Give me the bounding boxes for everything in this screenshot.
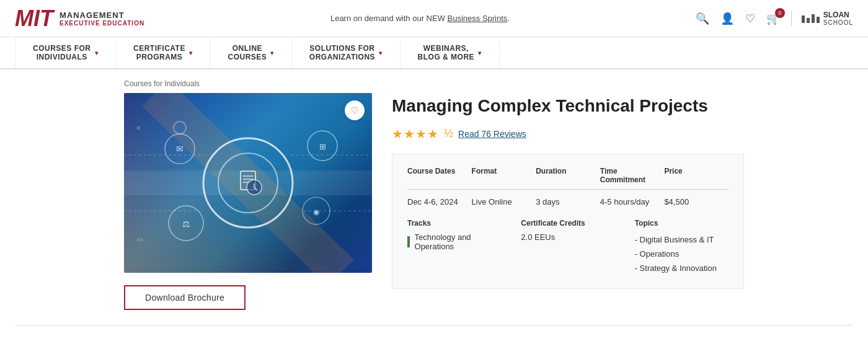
col-price: Price [664, 167, 728, 184]
nav-courses-individuals-label: COURSES FOR INDIVIDUALS [33, 44, 91, 61]
nav-solutions-organizations[interactable]: SOLUTIONS FOR ORGANIZATIONS ▾ [292, 37, 401, 68]
nav-chevron-1: ▾ [95, 50, 99, 56]
user-icon[interactable]: 👤 [720, 12, 734, 25]
table-bottom: Tracks Technology and Operations Certifi… [407, 219, 728, 276]
sloan-logo: SLOAN SCHOOL [791, 11, 853, 26]
sloan-text: SLOAN SCHOOL [823, 11, 853, 26]
topic-1: - Digital Business & IT [635, 232, 728, 247]
top-bar: MIT MANAGEMENT EXECUTIVE EDUCATION Learn… [0, 0, 868, 37]
download-btn-wrapper: Download Brochure [124, 273, 372, 310]
nav-webinars-label: WEBINARS, BLOG & MORE [418, 44, 475, 61]
data-time-commitment: 4-5 hours/day [600, 195, 665, 206]
col-time-commitment: Time Commitment [600, 167, 665, 184]
track-item: Technology and Operations [407, 232, 501, 251]
course-image: ✉ ⊞ ⚖ ◉ « »» 👤 [124, 93, 372, 273]
credits-section: Certificate Credits 2.0 EEUs [521, 219, 614, 276]
course-image-wrapper: ✉ ⊞ ⚖ ◉ « »» 👤 [124, 93, 372, 273]
heart-icon: ♡ [351, 105, 359, 115]
executive-label: EXECUTIVE EDUCATION [60, 20, 144, 27]
data-dates: Dec 4-6, 2024 [407, 195, 472, 206]
table-data-row: Dec 4-6, 2024 Live Online 3 days 4-5 hou… [407, 195, 728, 206]
sloan-mit-label: SLOAN [823, 11, 853, 19]
nav-webinars-blog[interactable]: WEBINARS, BLOG & MORE ▾ [401, 37, 500, 68]
nav-solutions-label: SOLUTIONS FOR ORGANIZATIONS [309, 44, 375, 61]
svg-text:»»: »» [136, 236, 144, 243]
data-duration: 3 days [536, 195, 600, 206]
nav-certificate-label: CERTIFICATE PROGRAMS [133, 44, 185, 61]
svg-text:⊞: ⊞ [319, 142, 326, 151]
nav-courses-individuals[interactable]: COURSES FOR INDIVIDUALS ▾ [15, 37, 116, 68]
main-content: ✉ ⊞ ⚖ ◉ « »» 👤 [0, 93, 868, 325]
notice-end: . [507, 14, 510, 23]
tracks-section: Tracks Technology and Operations [407, 219, 501, 276]
col-dates: Course Dates [407, 167, 472, 184]
management-label: MANAGEMENT [60, 11, 144, 20]
tracks-label: Tracks [407, 219, 501, 228]
logo-area: MIT MANAGEMENT EXECUTIVE EDUCATION [15, 7, 144, 30]
business-sprints-link[interactable]: Business Sprints [448, 14, 508, 23]
heart-wishlist-icon[interactable]: ♡ [745, 12, 755, 25]
credits-value: 2.0 EEUs [521, 232, 614, 242]
course-details-table: Course Dates Format Duration Time Commit… [392, 154, 744, 289]
download-brochure-button[interactable]: Download Brochure [124, 285, 246, 310]
nav-online-courses[interactable]: ONLINE COURSES ▾ [210, 37, 291, 68]
topic-3: - Strategy & Innovation [635, 261, 728, 275]
search-icon[interactable]: 🔍 [696, 12, 709, 25]
mit-logo: MIT [15, 7, 53, 30]
track-value: Technology and Operations [415, 232, 502, 251]
top-icons: 🔍 👤 ♡ 🛒 0 SLOAN SCHOOL [696, 11, 853, 26]
nav-online-label: ONLINE COURSES [228, 44, 267, 61]
topic-2: - Operations [635, 247, 728, 261]
half-star-icon: ½ [444, 127, 453, 140]
course-image-svg: ✉ ⊞ ⚖ ◉ « »» 👤 [124, 93, 372, 273]
bottom-divider [15, 325, 853, 326]
col-format: Format [472, 167, 536, 184]
course-title: Managing Complex Technical Projects [392, 95, 744, 117]
topics-label: Topics [635, 219, 728, 228]
table-header-row: Course Dates Format Duration Time Commit… [407, 167, 728, 190]
nav-chevron-2: ▾ [189, 50, 193, 56]
svg-text:👤: 👤 [176, 125, 184, 133]
nav-bar: COURSES FOR INDIVIDUALS ▾ CERTIFICATE PR… [0, 37, 868, 69]
nav-certificate-programs[interactable]: CERTIFICATE PROGRAMS ▾ [116, 37, 210, 68]
credits-label: Certificate Credits [521, 219, 614, 228]
svg-text:⚖: ⚖ [182, 219, 190, 229]
nav-chevron-3: ▾ [270, 50, 274, 56]
notice-text: Learn on demand with our NEW [330, 14, 448, 23]
svg-text:✉: ✉ [176, 144, 184, 154]
top-notice: Learn on demand with our NEW Business Sp… [330, 14, 510, 23]
sloan-bars-icon [802, 14, 820, 23]
cart-icon[interactable]: 🛒 0 [766, 12, 780, 25]
stars-row: ★★★★ ½ Read 76 Reviews [392, 126, 744, 141]
star-rating: ★★★★ [392, 126, 439, 141]
sloan-school-label: SCHOOL [823, 19, 853, 26]
track-bar-icon [407, 236, 410, 247]
right-panel: Managing Complex Technical Projects ★★★★… [392, 93, 744, 301]
svg-text:«: « [136, 123, 141, 132]
read-reviews-link[interactable]: Read 76 Reviews [458, 129, 526, 139]
logo-text: MANAGEMENT EXECUTIVE EDUCATION [60, 11, 144, 27]
data-format: Live Online [472, 195, 536, 206]
favorite-button[interactable]: ♡ [345, 100, 365, 120]
col-duration: Duration [536, 167, 600, 184]
cart-badge: 0 [775, 8, 785, 18]
svg-text:◉: ◉ [313, 208, 319, 216]
breadcrumb-text: Courses for Individuals [124, 79, 200, 88]
topics-section: Topics - Digital Business & IT - Operati… [635, 219, 728, 276]
breadcrumb: Courses for Individuals [0, 69, 868, 93]
data-price: $4,500 [664, 195, 728, 206]
left-panel: ✉ ⊞ ⚖ ◉ « »» 👤 [124, 93, 372, 310]
nav-chevron-4: ▾ [379, 50, 383, 56]
nav-chevron-5: ▾ [478, 50, 482, 56]
